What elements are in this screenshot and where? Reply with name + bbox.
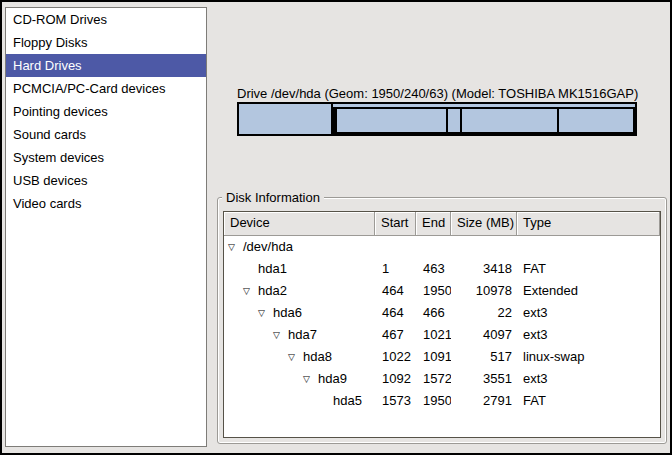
type-cell: linux-swap bbox=[517, 346, 660, 368]
device-label: hda9 bbox=[318, 368, 347, 390]
sidebar-item-sound-cards[interactable]: Sound cards bbox=[6, 123, 206, 146]
partition-segment-hda7 bbox=[337, 109, 448, 132]
size-cell: 3551 bbox=[451, 368, 517, 390]
extended-partition-hda2 bbox=[333, 107, 635, 134]
end-cell: 1572 bbox=[416, 368, 451, 390]
type-cell: Extended bbox=[517, 280, 660, 302]
start-cell: 1 bbox=[375, 258, 416, 280]
disk-row-hda5[interactable]: hda5157319502791FAT bbox=[224, 390, 660, 412]
device-label: hda2 bbox=[258, 280, 287, 302]
tree-expander-icon[interactable]: ▽ bbox=[288, 352, 303, 362]
size-cell: 10978 bbox=[451, 280, 517, 302]
tree-expander-icon[interactable]: ▽ bbox=[303, 374, 318, 384]
disk-table: DeviceStartEndSize (MB)Type ▽/dev/hdahda… bbox=[223, 211, 661, 438]
disk-row-hda1[interactable]: hda114633418FAT bbox=[224, 258, 660, 280]
device-cell: ▽hda2 bbox=[224, 280, 375, 302]
device-cell: hda5 bbox=[224, 390, 375, 412]
start-cell: 464 bbox=[375, 280, 416, 302]
column-header-device[interactable]: Device bbox=[224, 212, 375, 236]
hardware-browser-window: CD-ROM DrivesFloppy DisksHard DrivesPCMC… bbox=[0, 0, 672, 455]
column-header-type[interactable]: Type bbox=[517, 212, 660, 236]
end-cell: 1950 bbox=[416, 280, 451, 302]
start-cell: 1092 bbox=[375, 368, 416, 390]
start-cell bbox=[375, 236, 416, 258]
device-label: hda1 bbox=[258, 258, 287, 280]
tree-expander-icon[interactable]: ▽ bbox=[243, 286, 258, 296]
device-label: /dev/hda bbox=[243, 236, 293, 258]
end-cell: 1021 bbox=[416, 324, 451, 346]
disk-information-frame: Disk Information DeviceStartEndSize (MB)… bbox=[217, 197, 667, 444]
device-cell: ▽hda8 bbox=[224, 346, 375, 368]
device-label: hda8 bbox=[303, 346, 332, 368]
sidebar-item-system-devices[interactable]: System devices bbox=[6, 146, 206, 169]
type-cell: ext3 bbox=[517, 302, 660, 324]
sidebar-item-usb-devices[interactable]: USB devices bbox=[6, 169, 206, 192]
size-cell: 3418 bbox=[451, 258, 517, 280]
tree-expander-icon[interactable]: ▽ bbox=[258, 308, 273, 318]
size-cell: 4097 bbox=[451, 324, 517, 346]
disk-row-hda6[interactable]: ▽hda646446622ext3 bbox=[224, 302, 660, 324]
start-cell: 464 bbox=[375, 302, 416, 324]
disk-row-hda2[interactable]: ▽hda2464195010978Extended bbox=[224, 280, 660, 302]
size-cell bbox=[451, 236, 517, 258]
tree-expander-icon[interactable]: ▽ bbox=[228, 242, 243, 252]
disk-row-dev-hda[interactable]: ▽/dev/hda bbox=[224, 236, 660, 258]
type-cell: ext3 bbox=[517, 324, 660, 346]
end-cell: 1091 bbox=[416, 346, 451, 368]
sidebar-item-hard-drives[interactable]: Hard Drives bbox=[6, 54, 206, 77]
end-cell: 463 bbox=[416, 258, 451, 280]
size-cell: 2791 bbox=[451, 390, 517, 412]
device-cell: ▽hda9 bbox=[224, 368, 375, 390]
sidebar-item-pcmcia-pc-card-devices[interactable]: PCMCIA/PC-Card devices bbox=[6, 77, 206, 100]
column-header-end[interactable]: End bbox=[416, 212, 451, 236]
end-cell bbox=[416, 236, 451, 258]
size-cell: 22 bbox=[451, 302, 517, 324]
disk-table-body: ▽/dev/hdahda114633418FAT▽hda246419501097… bbox=[224, 236, 660, 437]
end-cell: 466 bbox=[416, 302, 451, 324]
start-cell: 467 bbox=[375, 324, 416, 346]
disk-table-header: DeviceStartEndSize (MB)Type bbox=[224, 212, 660, 236]
device-label: hda5 bbox=[333, 390, 362, 412]
partition-segment-hda1 bbox=[239, 104, 333, 134]
type-cell bbox=[517, 236, 660, 258]
column-header-start[interactable]: Start bbox=[375, 212, 416, 236]
sidebar-item-video-cards[interactable]: Video cards bbox=[6, 192, 206, 215]
drive-info-label: Drive /dev/hda (Geom: 1950/240/63) (Mode… bbox=[237, 86, 637, 101]
start-cell: 1573 bbox=[375, 390, 416, 412]
disk-row-hda9[interactable]: ▽hda9109215723551ext3 bbox=[224, 368, 660, 390]
type-cell: FAT bbox=[517, 258, 660, 280]
sidebar-item-cd-rom-drives[interactable]: CD-ROM Drives bbox=[6, 8, 206, 31]
device-cell: hda1 bbox=[224, 258, 375, 280]
partition-segment-hda5 bbox=[559, 109, 635, 132]
device-label: hda7 bbox=[288, 324, 317, 346]
sidebar-item-pointing-devices[interactable]: Pointing devices bbox=[6, 100, 206, 123]
partition-bar-track bbox=[237, 102, 637, 136]
partition-segment-hda9 bbox=[462, 109, 558, 132]
tree-expander-icon[interactable]: ▽ bbox=[273, 330, 288, 340]
disk-row-hda8[interactable]: ▽hda810221091517linux-swap bbox=[224, 346, 660, 368]
device-cell: ▽hda6 bbox=[224, 302, 375, 324]
device-cell: ▽/dev/hda bbox=[224, 236, 375, 258]
device-category-list: CD-ROM DrivesFloppy DisksHard DrivesPCMC… bbox=[5, 7, 207, 447]
column-header-size-mb[interactable]: Size (MB) bbox=[451, 212, 517, 236]
partition-segment-hda8 bbox=[448, 109, 462, 132]
end-cell: 1950 bbox=[416, 390, 451, 412]
type-cell: ext3 bbox=[517, 368, 660, 390]
size-cell: 517 bbox=[451, 346, 517, 368]
disk-information-frame-label: Disk Information bbox=[222, 190, 324, 205]
sidebar-item-floppy-disks[interactable]: Floppy Disks bbox=[6, 31, 206, 54]
device-label: hda6 bbox=[273, 302, 302, 324]
device-cell: ▽hda7 bbox=[224, 324, 375, 346]
type-cell: FAT bbox=[517, 390, 660, 412]
disk-row-hda7[interactable]: ▽hda746710214097ext3 bbox=[224, 324, 660, 346]
start-cell: 1022 bbox=[375, 346, 416, 368]
